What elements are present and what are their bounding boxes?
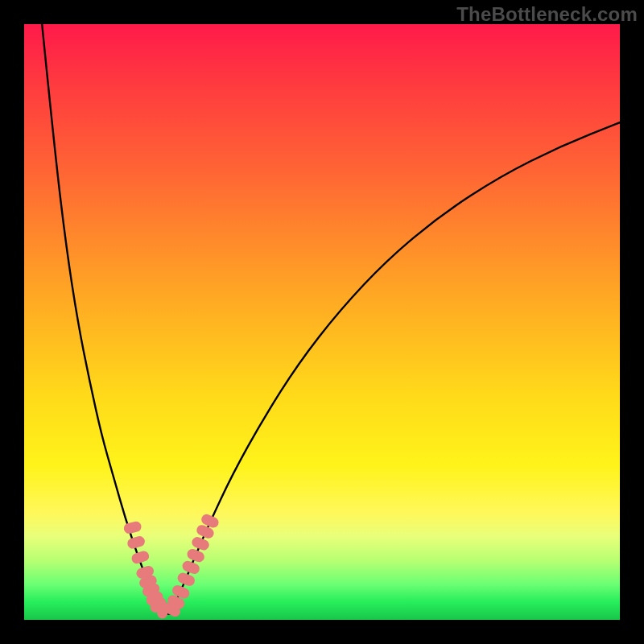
marker-point: [130, 550, 151, 565]
highlighted-markers: [122, 513, 220, 619]
curve-left-branch: [42, 24, 164, 611]
chart-frame: TheBottleneck.com: [0, 0, 644, 644]
marker-point: [122, 520, 142, 535]
marker-point: [126, 535, 147, 550]
chart-svg: [24, 24, 620, 620]
plot-area: [24, 24, 620, 620]
curve-right-branch: [170, 122, 620, 611]
watermark-text: TheBottleneck.com: [456, 3, 638, 26]
